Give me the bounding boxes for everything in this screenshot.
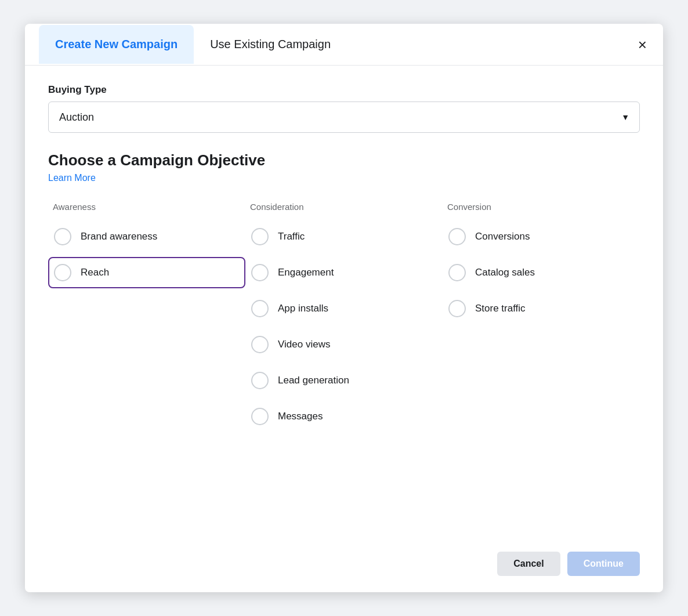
objective-messages[interactable]: Messages [245,401,443,432]
objective-catalog-sales[interactable]: Catalog sales [443,257,640,288]
conversion-header: Conversion [443,202,640,212]
objective-engagement[interactable]: Engagement [245,257,443,288]
label-app-installs: App installs [278,303,328,314]
objective-app-installs[interactable]: App installs [245,293,443,324]
awareness-column: Awareness Brand awareness Reach [48,202,245,526]
radio-conversions[interactable] [448,228,466,245]
objective-reach[interactable]: Reach [48,257,245,288]
objective-store-traffic[interactable]: Store traffic [443,293,640,324]
continue-button[interactable]: Continue [567,552,640,576]
label-traffic: Traffic [278,231,305,242]
radio-reach[interactable] [54,264,71,281]
cancel-button[interactable]: Cancel [497,552,560,576]
objective-video-views[interactable]: Video views [245,329,443,360]
label-messages: Messages [278,411,323,422]
tab-create-new[interactable]: Create New Campaign [39,25,194,64]
buying-type-label: Buying Type [48,84,640,96]
radio-messages[interactable] [251,408,269,425]
radio-traffic[interactable] [251,228,269,245]
label-conversions: Conversions [475,231,530,242]
awareness-header: Awareness [48,202,245,212]
consideration-column: Consideration Traffic Engagement App ins… [245,202,443,526]
buying-type-wrapper: Auction Reach and Frequency TRP Buying ▼ [48,102,640,133]
label-video-views: Video views [278,339,330,350]
radio-engagement[interactable] [251,264,269,281]
close-button[interactable]: × [633,35,651,55]
objectives-grid: Awareness Brand awareness Reach Consider… [48,202,640,526]
label-brand-awareness: Brand awareness [81,231,157,242]
learn-more-link[interactable]: Learn More [48,173,640,183]
objective-lead-generation[interactable]: Lead generation [245,365,443,396]
objective-conversions[interactable]: Conversions [443,221,640,252]
label-engagement: Engagement [278,267,334,278]
buying-type-select[interactable]: Auction Reach and Frequency TRP Buying [48,102,640,133]
tab-use-existing[interactable]: Use Existing Campaign [194,25,347,64]
campaign-modal: Create New Campaign Use Existing Campaig… [25,24,663,592]
campaign-objective-title: Choose a Campaign Objective [48,151,640,169]
objective-traffic[interactable]: Traffic [245,221,443,252]
radio-brand-awareness[interactable] [54,228,71,245]
label-reach: Reach [81,267,109,278]
label-store-traffic: Store traffic [475,303,526,314]
label-lead-generation: Lead generation [278,375,349,386]
radio-store-traffic[interactable] [448,300,466,317]
radio-video-views[interactable] [251,336,269,353]
conversion-column: Conversion Conversions Catalog sales Sto… [443,202,640,526]
radio-app-installs[interactable] [251,300,269,317]
modal-body: Buying Type Auction Reach and Frequency … [25,66,663,540]
modal-header: Create New Campaign Use Existing Campaig… [25,24,663,66]
label-catalog-sales: Catalog sales [475,267,535,278]
radio-catalog-sales[interactable] [448,264,466,281]
consideration-header: Consideration [245,202,443,212]
radio-lead-generation[interactable] [251,372,269,389]
modal-footer: Cancel Continue [25,540,663,592]
objective-brand-awareness[interactable]: Brand awareness [48,221,245,252]
